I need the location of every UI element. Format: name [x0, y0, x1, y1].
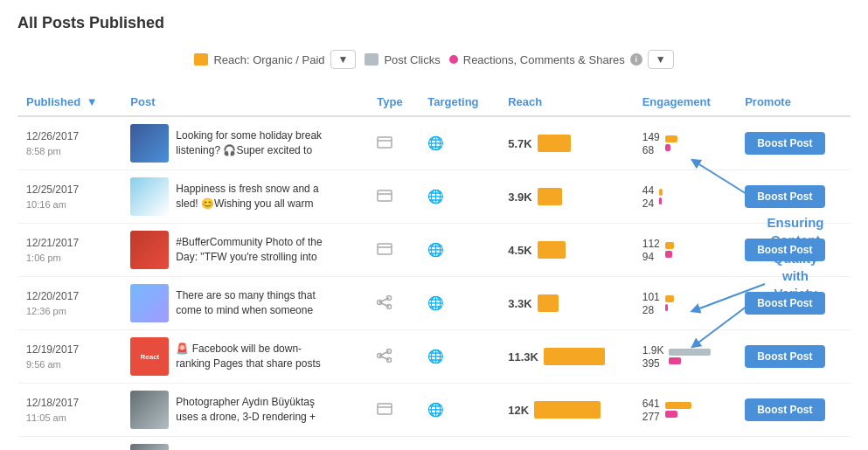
table-row: 12/25/2017 10:16 am Happiness is fresh s…: [17, 170, 851, 224]
post-date: 12/20/2017 12:36 pm: [17, 277, 122, 330]
reactions-label: Reactions, Comments & Shares: [463, 53, 625, 66]
annotation-text: EnsuringContentQualitywithVariety: [747, 214, 844, 302]
type-icon: [377, 300, 392, 312]
post-clicks-label: Post Clicks: [384, 53, 440, 66]
post-engagement: 101 28: [634, 277, 736, 330]
globe-icon: 🌐: [427, 349, 444, 363]
globe-icon: 🌐: [427, 242, 444, 257]
type-icon: [377, 405, 392, 418]
post-date: 12/26/2017 8:58 pm: [17, 116, 122, 170]
table-row: 12/18/2017 11:05 am Photographer Aydın B…: [17, 384, 851, 437]
post-content: Happiness is fresh snow and a sled! 😊Wis…: [122, 170, 368, 224]
post-reach: 9K: [499, 437, 634, 451]
reach-filter: Reach: Organic / Paid ▼: [194, 50, 356, 69]
reach-swatch: [194, 53, 208, 66]
post-reach: 3.3K: [499, 277, 634, 330]
post-type: [368, 330, 419, 384]
reach-label: Reach: Organic / Paid: [213, 53, 324, 66]
post-date: 12/25/2017 10:16 am: [17, 170, 122, 224]
post-targeting: 🌐: [419, 116, 499, 170]
page-wrapper: All Posts Published Reach: Organic / Pai…: [0, 0, 868, 450]
post-targeting: 🌐: [419, 384, 499, 437]
post-thumbnail: [130, 124, 169, 163]
post-reach: 11.3K: [499, 330, 634, 384]
reactions-chevron: ▼: [656, 53, 666, 66]
post-type: [368, 384, 419, 437]
post-type: [368, 116, 419, 170]
post-type: [368, 437, 419, 451]
post-date: 12/13/2017 11:58 am: [17, 437, 122, 451]
col-reach: Reach: [499, 88, 634, 116]
reach-chevron: ▼: [338, 53, 349, 66]
post-date: 12/21/2017 1:06 pm: [17, 224, 122, 277]
reactions-dropdown[interactable]: ▼: [648, 50, 674, 69]
post-clicks-filter: Post Clicks: [365, 53, 440, 66]
table-row: 12/19/2017 9:56 am React 🚨 Facebook will…: [17, 330, 851, 384]
globe-icon: 🌐: [427, 402, 444, 417]
post-engagement: 1.9K 395: [634, 330, 736, 384]
post-engagement: 673 334: [634, 437, 736, 451]
post-reach: 12K: [499, 384, 634, 437]
type-icon: [377, 139, 392, 151]
post-thumbnail: [130, 231, 169, 269]
post-targeting: 🌐: [419, 224, 499, 277]
post-type: [368, 170, 419, 224]
svg-rect-2: [378, 190, 392, 201]
post-date: 12/19/2017 9:56 am: [17, 330, 122, 384]
table-row: 12/26/2017 8:58 pm Looking for some holi…: [17, 116, 851, 170]
info-icon[interactable]: i: [630, 53, 642, 66]
col-type: Type: [368, 88, 419, 116]
svg-rect-0: [378, 137, 392, 148]
sort-arrow: ▼: [87, 95, 98, 108]
post-content: React 🚨 Facebook will be down-ranking Pa…: [122, 330, 368, 384]
post-targeting: 🌐: [419, 170, 499, 224]
post-engagement: 149 68: [634, 116, 736, 170]
table-row: 12/21/2017 1:06 pm #BufferCommunity Phot…: [17, 224, 851, 277]
post-thumbnail: [130, 177, 169, 216]
col-post: Post: [122, 88, 368, 116]
globe-icon: 🌐: [427, 295, 444, 310]
annotation-area: EnsuringContentQualitywithVariety: [756, 135, 861, 383]
table-row: 12/13/2017 11:58 am #BufferCommunity Pho…: [17, 437, 851, 451]
type-icon: [377, 192, 392, 204]
post-engagement: 641 277: [634, 384, 736, 437]
post-content: #BufferCommunity Photo of the Day: "TFW …: [122, 224, 368, 277]
post-thumbnail: [130, 444, 169, 450]
filter-bar: Reach: Organic / Paid ▼ Post Clicks Reac…: [17, 43, 851, 76]
reach-dropdown[interactable]: ▼: [330, 50, 357, 69]
post-date: 12/18/2017 11:05 am: [17, 384, 122, 437]
post-content: Looking for some holiday break listening…: [122, 116, 368, 170]
post-type: [368, 224, 419, 277]
reactions-swatch: [449, 55, 458, 64]
post-content: Photographer Aydın Büyüktaş uses a drone…: [122, 384, 368, 437]
post-content: #BufferCommunity Photo of the Day "Ever …: [122, 437, 368, 451]
globe-icon: 🌐: [427, 189, 444, 204]
post-promote: Boost Post: [736, 437, 851, 451]
post-reach: 4.5K: [499, 224, 634, 277]
post-promote: Boost Post: [736, 384, 851, 437]
post-targeting: 🌐: [419, 437, 499, 451]
type-icon: [377, 353, 392, 365]
post-type: [368, 277, 419, 330]
reactions-filter: Reactions, Comments & Shares i ▼: [449, 50, 674, 69]
boost-post-button[interactable]: Boost Post: [745, 398, 824, 421]
post-thumbnail: [130, 391, 169, 429]
svg-rect-16: [378, 404, 392, 414]
col-promote: Promote: [736, 88, 851, 116]
page-title: All Posts Published: [17, 14, 851, 32]
type-icon: [377, 246, 392, 258]
post-targeting: 🌐: [419, 330, 499, 384]
svg-rect-4: [378, 244, 392, 254]
col-published[interactable]: Published ▼: [17, 88, 122, 116]
post-content: There are so many things that come to mi…: [122, 277, 368, 330]
col-engagement: Engagement: [634, 88, 736, 116]
posts-table: Published ▼ Post Type Targeting Reach En…: [17, 88, 851, 450]
post-engagement: 112 94: [634, 224, 736, 277]
col-targeting: Targeting: [419, 88, 499, 116]
post-targeting: 🌐: [419, 277, 499, 330]
post-clicks-swatch: [365, 53, 378, 66]
post-reach: 3.9K: [499, 170, 634, 224]
globe-icon: 🌐: [427, 135, 444, 150]
post-reach: 5.7K: [499, 116, 634, 170]
post-thumbnail: [130, 284, 169, 322]
